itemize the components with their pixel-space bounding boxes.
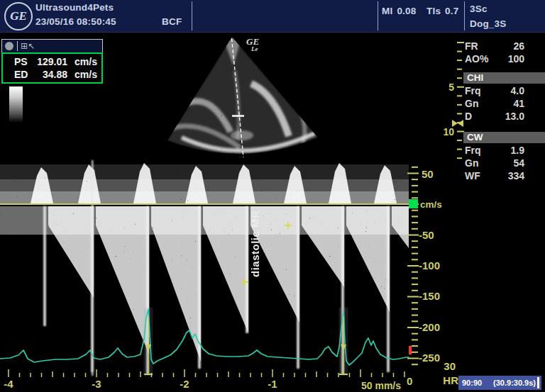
cw-gain-row: Gn54 xyxy=(465,157,524,169)
time-label: -2 xyxy=(174,378,195,390)
depth-label-10: 10 xyxy=(437,126,454,138)
clinic-name: Ultrasound4Pets xyxy=(35,2,114,13)
chi-depth-row: D13.0 xyxy=(465,111,524,122)
frame-rate-row: FR26 xyxy=(465,40,524,52)
cine-duration: (30.9:30.9s) xyxy=(493,379,536,387)
cine-loop-bar[interactable]: 90:90 (30.9:30.9s) xyxy=(458,376,541,390)
time-zero-label: 0 xyxy=(407,375,412,387)
hr-value: 30 xyxy=(426,360,456,372)
preset-label: BCF xyxy=(162,16,182,27)
cw-mode-header: CW xyxy=(463,132,545,143)
chi-mode-header: CHI xyxy=(463,72,545,84)
tis-readout: TIs0.7 xyxy=(426,6,458,16)
cw-wallfilter-row: WF334 xyxy=(465,170,524,181)
hr-label: HR xyxy=(426,374,458,386)
cine-cursor[interactable] xyxy=(537,377,539,388)
measurement-results-box: PS 129.01 cm/s ED 34.88 cm/s xyxy=(1,52,103,84)
exam-preset: Dog_3S xyxy=(470,18,506,29)
cw-frq-row: Frq1.9 xyxy=(465,145,524,156)
measurement-window-header[interactable]: ⊞↖ xyxy=(1,39,103,53)
doppler-baseline[interactable] xyxy=(0,203,409,205)
datetime: 23/05/16 08:50:45 xyxy=(35,16,116,27)
probe-name: 3Sc xyxy=(470,4,488,14)
caliper-tool-icon: ⊞↖ xyxy=(21,42,35,50)
velocity-label: -100 xyxy=(419,259,440,271)
baseline-position-marker[interactable] xyxy=(409,199,418,208)
chi-frq-row: Frq4.0 xyxy=(465,85,524,96)
acoustic-output-row: AO%100 xyxy=(465,53,524,65)
grayscale-map-bar xyxy=(9,86,23,123)
header-divider xyxy=(17,41,18,51)
measurement-row: ED 34.88 cm/s xyxy=(3,69,101,80)
ecg-layer xyxy=(0,308,409,376)
topbar-divider xyxy=(192,1,192,30)
ultrasound-screen: GE Ultrasound4Pets 23/05/16 08:50:45 BCF… xyxy=(0,0,545,392)
velocity-label: 50 xyxy=(422,168,434,180)
topbar-divider xyxy=(464,1,465,30)
mi-readout: MI0.08 xyxy=(382,6,416,16)
probe-orientation-marker: GE Le xyxy=(246,38,259,53)
depth-label-5: 5 xyxy=(437,82,454,93)
top-status-bar: GE Ultrasound4Pets 23/05/16 08:50:45 BCF… xyxy=(0,0,545,33)
2d-sector-image xyxy=(167,37,318,157)
spectrum-annotation[interactable]: diastolic MR xyxy=(249,205,261,277)
cine-frames: 90:90 xyxy=(462,379,482,387)
ge-logo: GE xyxy=(4,2,33,30)
chi-gain-row: Gn41 xyxy=(465,98,524,109)
time-label: -3 xyxy=(86,378,107,390)
trackball-status-icon xyxy=(5,42,13,50)
time-label: -1 xyxy=(262,378,283,390)
velocity-label: -200 xyxy=(419,321,440,333)
measurement-row: PS 129.01 cm/s xyxy=(3,56,101,67)
velocity-label: -150 xyxy=(419,290,440,302)
velocity-unit: cm/s xyxy=(420,199,442,210)
velocity-label: -50 xyxy=(419,229,434,241)
topbar-divider xyxy=(378,1,378,30)
time-label: -4 xyxy=(0,378,19,390)
velocity-red-marker xyxy=(409,346,412,354)
sweep-speed-label: 50 mm/s xyxy=(361,380,401,391)
